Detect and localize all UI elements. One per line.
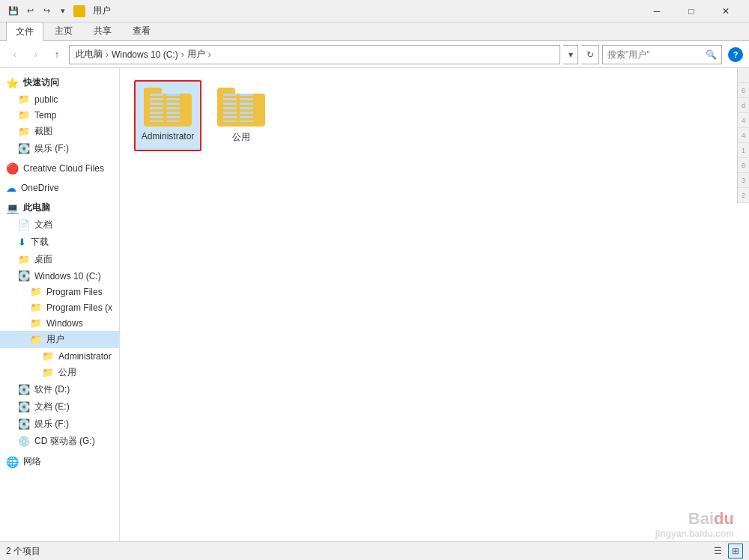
rn-item-7: 8 bbox=[738, 158, 749, 173]
content-area: Administrator 公用 bbox=[122, 68, 749, 541]
sidebar-item-temp[interactable]: 📁 Temp bbox=[0, 107, 119, 123]
hdd-icon: 💽 bbox=[18, 401, 30, 413]
forward-button[interactable]: › bbox=[27, 46, 45, 64]
sidebar-item-users[interactable]: 📁 用户 bbox=[0, 331, 119, 348]
creative-cloud-icon: 🔴 bbox=[6, 162, 19, 174]
rn-item-2: 6 bbox=[738, 83, 749, 98]
right-number-panel: 6 d 4 4 1 8 3 2 bbox=[737, 68, 749, 203]
network-icon: 🌐 bbox=[6, 456, 19, 468]
up-button[interactable]: ↑ bbox=[48, 46, 66, 64]
grid-view-button[interactable]: ⊞ bbox=[728, 544, 743, 559]
sidebar-item-downloads[interactable]: ⬇ 下载 bbox=[0, 234, 119, 251]
sidebar-item-f-drive[interactable]: 💽 娱乐 (F:) bbox=[0, 416, 119, 433]
hdd-icon: 💽 bbox=[18, 270, 30, 281]
address-dropdown-btn[interactable]: ▾ bbox=[563, 45, 578, 64]
folder-item-administrator[interactable]: Administrator bbox=[134, 80, 201, 151]
onedrive-group: ☁ OneDrive bbox=[0, 180, 119, 196]
star-icon: ⭐ bbox=[6, 77, 19, 89]
sidebar-item-administrator[interactable]: 📁 Administrator bbox=[0, 348, 119, 364]
creative-cloud-group: 🔴 Creative Cloud Files bbox=[0, 160, 119, 177]
sidebar-item-public[interactable]: 📁 public bbox=[0, 91, 119, 107]
sidebar-item-windows[interactable]: 📁 Windows bbox=[0, 315, 119, 331]
hdd-icon: 💽 bbox=[18, 419, 30, 430]
rn-item-3: d bbox=[738, 98, 749, 113]
rn-item-9: 2 bbox=[738, 188, 749, 203]
undo-btn[interactable]: ↩ bbox=[22, 4, 37, 19]
folder-icon: 📁 bbox=[42, 367, 54, 378]
help-button[interactable]: ? bbox=[728, 47, 743, 62]
this-pc-header[interactable]: 💻 此电脑 bbox=[0, 199, 119, 216]
folder-icon: 📁 bbox=[30, 286, 42, 297]
hdd-icon: 💽 bbox=[18, 384, 30, 395]
network-header[interactable]: 🌐 网络 bbox=[0, 453, 119, 470]
minimize-button[interactable]: ─ bbox=[640, 0, 674, 22]
view-controls: ☰ ⊞ bbox=[710, 544, 743, 559]
status-bar: 2 个项目 ☰ ⊞ bbox=[0, 541, 749, 560]
sidebar-item-d-drive[interactable]: 💽 软件 (D:) bbox=[0, 381, 119, 398]
sidebar-item-e-drive[interactable]: 💽 文档 (E:) bbox=[0, 398, 119, 416]
this-pc-group: 💻 此电脑 📄 文档 ⬇ 下载 📁 桌面 💽 Windows 10 (C:) bbox=[0, 199, 119, 450]
folder-icon: 📁 bbox=[18, 94, 30, 105]
main-layout: ⭐ 快速访问 📁 public 📁 Temp 📁 截图 💽 娱乐 (F:) bbox=[0, 68, 749, 541]
onedrive-header[interactable]: ☁ OneDrive bbox=[0, 180, 119, 196]
folder-big-icon-public bbox=[217, 88, 265, 127]
search-icon: 🔍 bbox=[706, 49, 717, 60]
sidebar: ⭐ 快速访问 📁 public 📁 Temp 📁 截图 💽 娱乐 (F:) bbox=[0, 68, 120, 541]
rn-item-8: 3 bbox=[738, 173, 749, 188]
address-part-drive[interactable]: Windows 10 (C:) bbox=[112, 49, 178, 60]
computer-icon: 💻 bbox=[6, 202, 19, 214]
sidebar-item-public-user[interactable]: 📁 公用 bbox=[0, 364, 119, 381]
folder-icon: 📁 bbox=[30, 334, 42, 345]
folder-item-public[interactable]: 公用 bbox=[207, 80, 275, 151]
ribbon-tabs: 文件 主页 共享 查看 bbox=[0, 22, 749, 41]
close-button[interactable]: ✕ bbox=[709, 0, 743, 22]
sidebar-item-screenshot[interactable]: 📁 截图 bbox=[0, 123, 119, 140]
save-btn[interactable]: 💾 bbox=[6, 4, 21, 19]
qat-dropdown-btn[interactable]: ▾ bbox=[55, 4, 70, 19]
tab-file[interactable]: 文件 bbox=[6, 22, 43, 41]
sidebar-item-windows-drive[interactable]: 💽 Windows 10 (C:) bbox=[0, 268, 119, 284]
sidebar-item-desktop[interactable]: 📁 桌面 bbox=[0, 251, 119, 268]
sidebar-item-g-drive[interactable]: 💿 CD 驱动器 (G:) bbox=[0, 433, 119, 450]
doc-icon: 📄 bbox=[18, 219, 30, 231]
refresh-button[interactable]: ↻ bbox=[581, 45, 599, 64]
search-input[interactable] bbox=[607, 49, 703, 60]
address-bar[interactable]: 此电脑 › Windows 10 (C:) › 用户 › bbox=[69, 45, 560, 64]
creative-cloud-header[interactable]: 🔴 Creative Cloud Files bbox=[0, 160, 119, 177]
rn-item-4: 4 bbox=[738, 113, 749, 128]
folder-label-administrator: Administrator bbox=[142, 131, 195, 141]
sidebar-item-documents[interactable]: 📄 文档 bbox=[0, 216, 119, 234]
quick-access-toolbar: 💾 ↩ ↪ ▾ bbox=[6, 4, 70, 19]
sidebar-item-program-files-x86[interactable]: 📁 Program Files (x bbox=[0, 299, 119, 315]
search-box[interactable]: 🔍 bbox=[602, 45, 722, 64]
tab-home[interactable]: 主页 bbox=[45, 21, 82, 40]
cd-icon: 💿 bbox=[18, 436, 30, 447]
folder-label-public: 公用 bbox=[232, 131, 250, 144]
maximize-button[interactable]: □ bbox=[674, 0, 709, 22]
quick-access-group: ⭐ 快速访问 📁 public 📁 Temp 📁 截图 💽 娱乐 (F:) bbox=[0, 74, 119, 157]
sidebar-item-program-files[interactable]: 📁 Program Files bbox=[0, 284, 119, 299]
quick-access-header[interactable]: ⭐ 快速访问 bbox=[0, 74, 119, 91]
download-icon: ⬇ bbox=[18, 237, 26, 248]
folder-icon: 📁 bbox=[18, 126, 30, 137]
folder-blue-icon: 📁 bbox=[18, 254, 30, 265]
folder-icon: 📁 bbox=[42, 350, 54, 362]
rn-item-6: 1 bbox=[738, 143, 749, 158]
rn-item-5: 4 bbox=[738, 128, 749, 143]
navigation-bar: ‹ › ↑ 此电脑 › Windows 10 (C:) › 用户 › ▾ ↻ 🔍… bbox=[0, 41, 749, 68]
item-count-label: 2 个项目 bbox=[6, 545, 40, 558]
redo-btn[interactable]: ↪ bbox=[39, 4, 54, 19]
tab-view[interactable]: 查看 bbox=[123, 21, 160, 40]
window-icon bbox=[73, 5, 85, 17]
back-button[interactable]: ‹ bbox=[6, 46, 24, 64]
title-bar: 💾 ↩ ↪ ▾ 用户 ─ □ ✕ bbox=[0, 0, 749, 22]
address-part-folder[interactable]: 用户 bbox=[187, 48, 205, 61]
window-title: 用户 bbox=[93, 4, 111, 17]
sidebar-item-entertainment-drive[interactable]: 💽 娱乐 (F:) bbox=[0, 140, 119, 157]
rn-item-1 bbox=[738, 68, 749, 83]
folder-icon: 📁 bbox=[30, 302, 42, 313]
tab-share[interactable]: 共享 bbox=[84, 21, 121, 40]
folder-big-icon-administrator bbox=[144, 88, 192, 127]
address-part-pc[interactable]: 此电脑 bbox=[76, 48, 103, 61]
list-view-button[interactable]: ☰ bbox=[710, 544, 725, 559]
